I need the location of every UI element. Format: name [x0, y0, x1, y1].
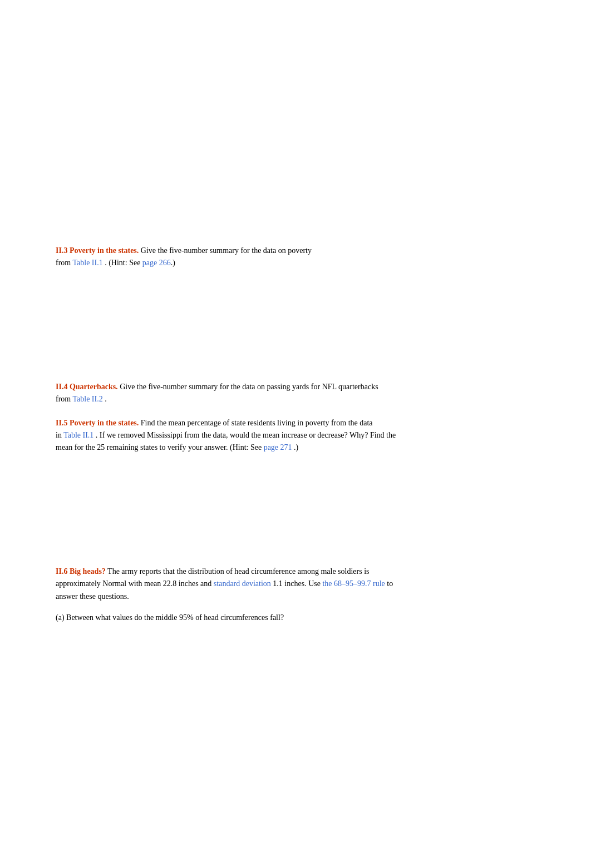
exercise-II4-title: II.4 Quarterbacks. [56, 383, 118, 391]
top-spacer [56, 33, 535, 245]
exercise-II6-link2[interactable]: the 68–95–99.7 rule [322, 579, 385, 588]
exercise-II5-body-middle: . If we removed Mississippi from the dat… [56, 431, 396, 452]
exercise-II5-text: II.5 Poverty in the states. Find the mea… [56, 417, 535, 454]
content-area: II.3 Poverty in the states. Give the fiv… [56, 33, 535, 624]
exercise-II6: II.6 Big heads? The army reports that th… [56, 566, 535, 624]
exercise-II4-body-after: . [103, 395, 107, 403]
exercise-II5-body-after: .) [292, 443, 299, 452]
exercise-II5-link1[interactable]: Table II.1 [63, 431, 93, 439]
exercise-II4-link1[interactable]: Table II.2 [72, 395, 102, 403]
exercise-II3-text: II.3 Poverty in the states. Give the fiv… [56, 245, 535, 270]
exercise-II4: II.4 Quarterbacks. Give the five-number … [56, 381, 535, 406]
exercise-II3-link1[interactable]: Table II.1 [72, 259, 102, 267]
exercise-II3-body-before: Give the five-number summary for the dat… [139, 246, 312, 255]
exercise-II3: II.3 Poverty in the states. Give the fiv… [56, 245, 535, 270]
exercise-II6-text: II.6 Big heads? The army reports that th… [56, 566, 535, 603]
exercise-II6-sub-a: (a) Between what values do the middle 95… [56, 612, 535, 624]
exercise-II6-sub-a-text: (a) Between what values do the middle 95… [56, 613, 284, 622]
exercise-II6-body-middle: 1.1 inches. Use [271, 579, 323, 588]
exercise-II6-link1[interactable]: standard deviation [214, 579, 271, 588]
exercise-II6-title: II.6 Big heads? [56, 567, 106, 576]
page: II.3 Poverty in the states. Give the fiv… [0, 0, 591, 868]
exercise-II3-body-middle: . (Hint: See [103, 259, 142, 267]
exercise-II5-link2[interactable]: page 271 [264, 443, 292, 452]
exercise-II3-title: II.3 Poverty in the states. [56, 246, 139, 255]
exercise-II4-text: II.4 Quarterbacks. Give the five-number … [56, 381, 535, 406]
exercise-II3-link2[interactable]: page 266 [142, 259, 171, 267]
exercise-II5-title: II.5 Poverty in the states. [56, 419, 139, 427]
exercise-II3-body-after: .) [171, 259, 175, 267]
exercise-II3-from: from [56, 259, 72, 267]
exercise-II5: II.5 Poverty in the states. Find the mea… [56, 417, 535, 454]
